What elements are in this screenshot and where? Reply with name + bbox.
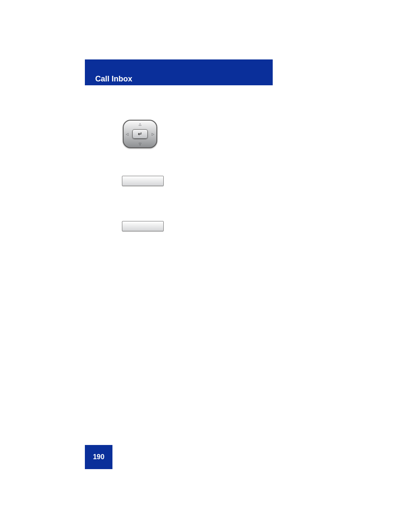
down-arrow-icon: ▽ [139,142,141,146]
right-arrow-icon: ▷ [152,132,154,136]
enter-key-icon: ↵ [132,129,148,139]
softkey-button-2 [122,221,164,231]
navigation-key-icon: △ ▽ ◁ ▷ ↵ [123,120,157,148]
left-arrow-icon: ◁ [126,132,128,136]
softkey-button-1 [122,176,164,186]
navigation-key-frame: △ ▽ ◁ ▷ ↵ [123,120,157,148]
up-arrow-icon: △ [139,122,141,126]
section-header-title: Call Inbox [95,75,132,84]
page-number: 190 [85,445,112,469]
page: { "header": { "title": "Call Inbox" }, "… [0,0,411,532]
